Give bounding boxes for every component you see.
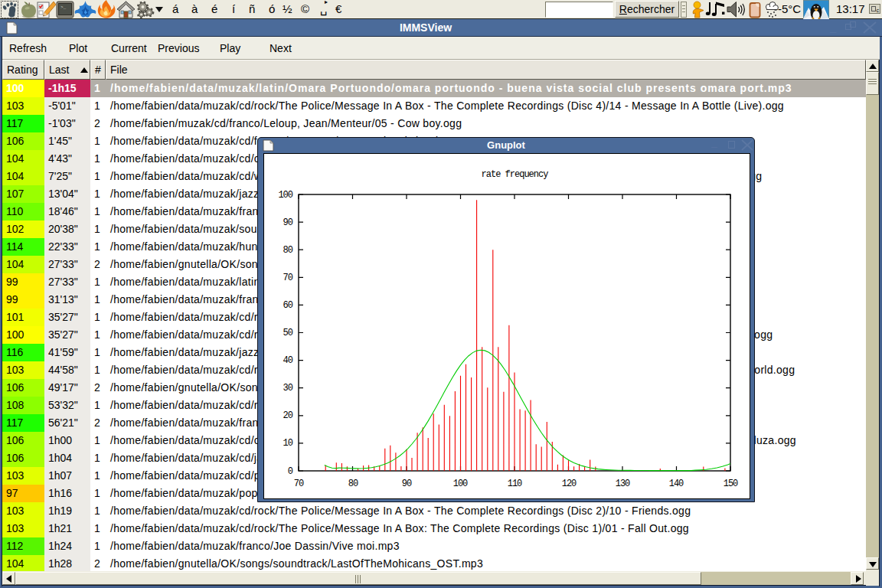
svg-text:110: 110 — [508, 479, 522, 489]
svg-text:100: 100 — [278, 190, 292, 201]
svg-text:100: 100 — [453, 479, 468, 489]
svg-text:120: 120 — [562, 479, 577, 489]
svg-text:rate frequency: rate frequency — [482, 169, 549, 180]
svg-text:20: 20 — [283, 410, 293, 421]
svg-text:130: 130 — [616, 479, 630, 489]
svg-text:10: 10 — [283, 438, 293, 449]
svg-text:0: 0 — [288, 466, 293, 477]
svg-text:50: 50 — [283, 328, 293, 338]
svg-text:150: 150 — [724, 479, 738, 489]
svg-text:90: 90 — [402, 479, 412, 489]
svg-text:70: 70 — [283, 273, 293, 283]
svg-text:80: 80 — [348, 479, 358, 489]
svg-text:90: 90 — [283, 217, 293, 228]
svg-text:80: 80 — [283, 245, 293, 256]
svg-text:60: 60 — [283, 300, 293, 311]
svg-text:40: 40 — [283, 355, 293, 366]
svg-text:140: 140 — [669, 479, 684, 489]
svg-text:30: 30 — [283, 383, 293, 394]
svg-text:70: 70 — [294, 479, 304, 489]
